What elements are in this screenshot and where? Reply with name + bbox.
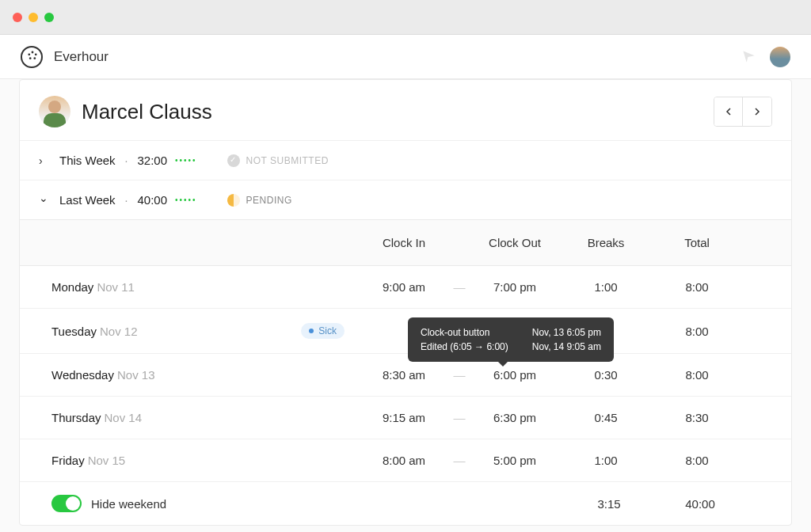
tooltip-timestamp: Nov, 14 9:05 am xyxy=(532,340,601,354)
user-name: Marcel Clauss xyxy=(82,100,714,124)
day-name: Tuesday xyxy=(51,325,97,338)
timesheet-card: Marcel Clauss › This Week · 32:00 ••••• … xyxy=(19,79,792,526)
chevron-right-icon: › xyxy=(39,154,48,167)
breaks-value: 1:00 xyxy=(558,454,653,467)
tooltip-event: Clock-out button xyxy=(421,325,489,340)
breaks-value: 0:30 xyxy=(558,368,653,382)
traffic-maximize-button[interactable] xyxy=(44,13,54,22)
total-value: 8:00 xyxy=(653,454,741,467)
dash-separator: — xyxy=(447,368,471,382)
col-header-clockin: Clock In xyxy=(360,236,447,249)
tooltip-event: Edited (6:05 → 6:00) xyxy=(421,340,508,354)
status-container: PENDING xyxy=(227,194,292,207)
hide-weekend-toggle[interactable] xyxy=(51,495,82,512)
status-text: PENDING xyxy=(246,195,292,206)
table-footer: Hide weekend 3:15 40:00 xyxy=(20,482,791,525)
sick-badge: Sick xyxy=(301,323,345,339)
day-name: Thursday xyxy=(51,411,101,424)
browser-chrome xyxy=(0,0,811,35)
user-avatar-menu[interactable] xyxy=(770,47,790,67)
week-label: Last Week xyxy=(59,193,116,207)
status-container: NOT SUBMITTED xyxy=(227,154,329,167)
day-date: Nov 14 xyxy=(105,411,143,424)
clockout-value: 6:00 pm xyxy=(471,368,558,382)
total-value: 8:30 xyxy=(653,411,741,424)
day-name: Friday xyxy=(51,454,85,467)
notification-icon[interactable] xyxy=(741,49,757,65)
day-name: Wednesday xyxy=(51,368,114,382)
clockin-value: 9:00 am xyxy=(360,280,447,294)
traffic-lights xyxy=(13,13,54,22)
table-header: Clock In Clock Out Breaks Total xyxy=(20,220,791,266)
total-value: 8:00 xyxy=(653,280,741,294)
prev-week-button[interactable] xyxy=(714,97,743,126)
app-title: Everhour xyxy=(54,49,109,65)
dash-separator: — xyxy=(447,411,471,424)
col-header-breaks: Breaks xyxy=(558,236,653,249)
col-header-total: Total xyxy=(653,236,741,249)
table-row[interactable]: Monday Nov 11 9:00 am — 7:00 pm 1:00 8:0… xyxy=(20,266,791,309)
day-date: Nov 13 xyxy=(117,368,155,382)
table-row[interactable]: Clock-out button Nov, 13 6:05 pm Edited … xyxy=(20,354,791,397)
breaks-value: 1:00 xyxy=(558,280,653,294)
tooltip-timestamp: Nov, 13 6:05 pm xyxy=(532,325,601,340)
day-date: Nov 12 xyxy=(100,325,138,338)
week-hours: 32:00 xyxy=(137,154,167,167)
week-hours: 40:00 xyxy=(137,193,167,207)
day-date: Nov 11 xyxy=(97,280,135,294)
table-row[interactable]: Friday Nov 15 8:00 am — 5:00 pm 1:00 8:0… xyxy=(20,439,791,482)
clockout-value: 5:00 pm xyxy=(471,454,558,467)
total-value: 8:00 xyxy=(653,325,741,338)
pending-icon xyxy=(227,194,240,207)
chevron-down-icon: ⌄ xyxy=(39,192,48,204)
clockin-value: 9:15 am xyxy=(360,411,447,424)
status-text: NOT SUBMITTED xyxy=(246,155,329,166)
dash-separator: — xyxy=(447,280,471,294)
check-circle-icon xyxy=(227,154,240,167)
activity-dots-icon: ••••• xyxy=(175,196,197,204)
content-area: Marcel Clauss › This Week · 32:00 ••••• … xyxy=(0,79,811,532)
clockin-value: 8:30 am xyxy=(360,368,447,382)
dash-separator: — xyxy=(447,454,471,467)
table-row[interactable]: Thursday Nov 14 9:15 am — 6:30 pm 0:45 8… xyxy=(20,397,791,439)
total-value: 8:00 xyxy=(653,368,741,382)
next-week-button[interactable] xyxy=(743,97,771,126)
user-avatar xyxy=(39,96,70,127)
sick-dot-icon xyxy=(309,329,314,333)
activity-dots-icon: ••••• xyxy=(175,156,197,165)
dot-separator: · xyxy=(125,154,128,167)
this-week-summary[interactable]: › This Week · 32:00 ••••• NOT SUBMITTED xyxy=(20,140,791,180)
col-header-clockout: Clock Out xyxy=(471,236,558,249)
week-nav-buttons xyxy=(714,97,772,127)
day-date: Nov 15 xyxy=(88,454,126,467)
badge-label: Sick xyxy=(318,325,337,336)
last-week-summary[interactable]: ⌄ Last Week · 40:00 ••••• PENDING xyxy=(20,180,791,219)
grand-total: 40:00 xyxy=(657,497,744,511)
clockout-value: 6:30 pm xyxy=(471,411,558,424)
card-header: Marcel Clauss xyxy=(20,80,791,140)
hide-weekend-label: Hide weekend xyxy=(91,497,166,511)
breaks-total: 3:15 xyxy=(562,497,657,511)
dot-separator: · xyxy=(125,194,128,207)
app-header: Everhour xyxy=(0,35,811,79)
timesheet-table: Clock In Clock Out Breaks Total Monday N… xyxy=(20,219,791,525)
app-logo-icon xyxy=(21,46,43,68)
traffic-minimize-button[interactable] xyxy=(29,13,38,22)
clockout-value: 7:00 pm xyxy=(471,280,558,294)
traffic-close-button[interactable] xyxy=(13,13,22,22)
table-row[interactable]: Tuesday Nov 12 Sick 8:00 xyxy=(20,309,791,354)
edit-history-tooltip: Clock-out button Nov, 13 6:05 pm Edited … xyxy=(408,317,614,362)
clockin-value: 8:00 am xyxy=(360,454,447,467)
breaks-value: 0:45 xyxy=(558,411,653,424)
week-label: This Week xyxy=(59,154,116,167)
day-name: Monday xyxy=(51,280,93,294)
